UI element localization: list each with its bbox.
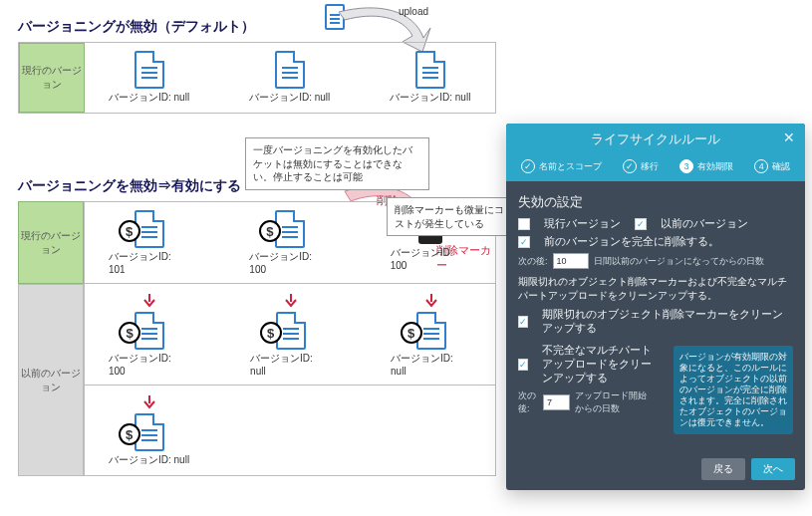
- checkbox-current-version[interactable]: [518, 218, 530, 230]
- version-id: バージョンID: 101: [109, 250, 189, 275]
- file-cell: $ バージョンID: null: [109, 393, 189, 467]
- version-id: バージョンID: null: [250, 352, 331, 377]
- previous-days-input[interactable]: 10: [553, 253, 589, 269]
- file-icon: $: [135, 210, 164, 248]
- version-id: バージョンID: null: [391, 352, 471, 377]
- file-cell: バージョンID: null: [390, 51, 470, 105]
- step-badge-icon: ✓: [521, 159, 535, 173]
- mpu-days-input[interactable]: 7: [543, 394, 570, 410]
- wizard-steps: ✓名前とスコープ ✓移行 3有効期限 4確認: [506, 155, 805, 181]
- file-icon: $: [135, 413, 164, 451]
- checkbox-previous-version[interactable]: [635, 218, 647, 230]
- version-id: バージョンID: null: [390, 91, 470, 105]
- file-icon: $: [135, 312, 164, 350]
- file-cell: $ バージョンID: 100: [109, 292, 190, 377]
- red-arrow-icon: [424, 294, 438, 308]
- file-cell: $ バージョンID: 100: [249, 210, 330, 275]
- version-id: バージョンID: 100: [109, 352, 190, 377]
- panel-warning-note: バージョンが有効期限の対象になると、このルールによってオブジェクトの以前のバージ…: [674, 346, 793, 434]
- dollar-icon: $: [401, 322, 422, 344]
- step-label: 移行: [641, 160, 659, 173]
- lifecycle-panel: ライフサイクルルール ✕ ✓名前とスコープ ✓移行 3有効期限 4確認 失効の設…: [506, 124, 805, 490]
- file-cell: バージョンID: null: [249, 51, 330, 105]
- version-id: バージョンID: null: [109, 91, 189, 105]
- dollar-icon: $: [119, 322, 140, 344]
- dollar-icon: $: [260, 322, 282, 344]
- checkbox-cleanup-mpu-label: 不完全なマルチパートアップロードをクリーンアップする: [542, 344, 654, 386]
- section1-row-label: 現行のバージョン: [19, 43, 85, 113]
- step-badge-icon: 3: [679, 159, 693, 173]
- close-icon[interactable]: ✕: [781, 129, 797, 145]
- section1-diagram: 現行のバージョン バージョンID: null バージョンID: null バージ…: [18, 42, 496, 114]
- step-review[interactable]: 4確認: [754, 159, 790, 173]
- step-label: 名前とスコープ: [539, 160, 602, 173]
- dollar-icon: $: [259, 220, 281, 242]
- checkbox-cleanup-markers-label: 期限切れのオブジェクト削除マーカーをクリーンアップする: [542, 308, 793, 336]
- checkbox-previous-label: 以前のバージョン: [661, 217, 748, 231]
- file-icon: $: [276, 312, 306, 350]
- step-label: 有効期限: [697, 160, 733, 173]
- days-suffix: 日間以前のバージョンになってからの日数: [594, 255, 764, 268]
- checkbox-delete-previous[interactable]: [518, 236, 530, 248]
- checkbox-current-label: 現行バージョン: [544, 217, 621, 231]
- file-icon: [415, 51, 445, 89]
- step-name-scope[interactable]: ✓名前とスコープ: [521, 159, 602, 173]
- version-id: バージョンID: 100: [249, 250, 330, 275]
- version-id: バージョンID: null: [249, 91, 330, 105]
- checkbox-cleanup-mpu[interactable]: [518, 359, 528, 371]
- checkbox-cleanup-markers[interactable]: [518, 316, 528, 328]
- red-arrow-icon: [142, 294, 156, 308]
- file-cell: バージョンID: null: [109, 51, 189, 105]
- file-cell: $ バージョンID: null: [391, 292, 471, 377]
- mpu-days-suffix: アップロード開始からの日数: [575, 389, 654, 415]
- previous-row-label: 以前のバージョン: [18, 284, 84, 476]
- file-cell: $ バージョンID: 101: [109, 210, 189, 275]
- step-expiration[interactable]: 3有効期限: [679, 159, 733, 173]
- checkbox-delete-previous-label: 前のバージョンを完全に削除する。: [544, 235, 719, 249]
- step-label: 確認: [772, 160, 790, 173]
- current-row-label: 現行のバージョン: [18, 201, 84, 284]
- mpu-days-prefix: 次の後:: [518, 389, 538, 415]
- expiration-title: 失効の設定: [518, 193, 793, 211]
- version-id: バージョンID: 100: [391, 246, 471, 271]
- callout-delete-cost: 削除マーカーも微量にコストが発生している: [387, 197, 516, 236]
- red-arrow-icon: [284, 294, 298, 308]
- version-id: バージョンID: null: [109, 453, 189, 467]
- dollar-icon: $: [119, 423, 140, 445]
- next-button[interactable]: 次へ: [751, 458, 795, 480]
- dollar-icon: $: [119, 220, 140, 242]
- step-transition[interactable]: ✓移行: [623, 159, 659, 173]
- file-cell: $ バージョンID: null: [250, 292, 331, 377]
- panel-body: 失効の設定 現行バージョン 以前のバージョン 前のバージョンを完全に削除する。 …: [506, 181, 805, 450]
- file-icon: $: [275, 210, 305, 248]
- upload-doc-icon: [325, 4, 345, 30]
- upload-label: upload: [399, 6, 428, 17]
- step-badge-icon: 4: [754, 159, 768, 173]
- panel-title: ライフサイクルルール ✕: [506, 124, 805, 155]
- section2-diagram: 削除 削除マーカー 現行のバージョン $ バージョンID: 101 $ バージョ…: [18, 201, 496, 476]
- file-icon: [275, 51, 305, 89]
- file-icon: [135, 51, 164, 89]
- days-prefix: 次の後:: [518, 255, 548, 268]
- red-arrow-icon: [142, 395, 156, 409]
- step-badge-icon: ✓: [623, 159, 637, 173]
- callout-versioning-note: 一度バージョニングを有効化したバケットは無効にすることはできない。停止することは…: [245, 137, 429, 190]
- panel-title-text: ライフサイクルルール: [591, 131, 720, 146]
- cleanup-title: 期限切れのオブジェクト削除マーカーおよび不完全なマルチパートアップロードをクリー…: [518, 275, 793, 302]
- section1-title: バージョニングが無効（デフォルト）: [18, 18, 794, 36]
- file-icon: $: [416, 312, 446, 350]
- back-button[interactable]: 戻る: [701, 458, 745, 480]
